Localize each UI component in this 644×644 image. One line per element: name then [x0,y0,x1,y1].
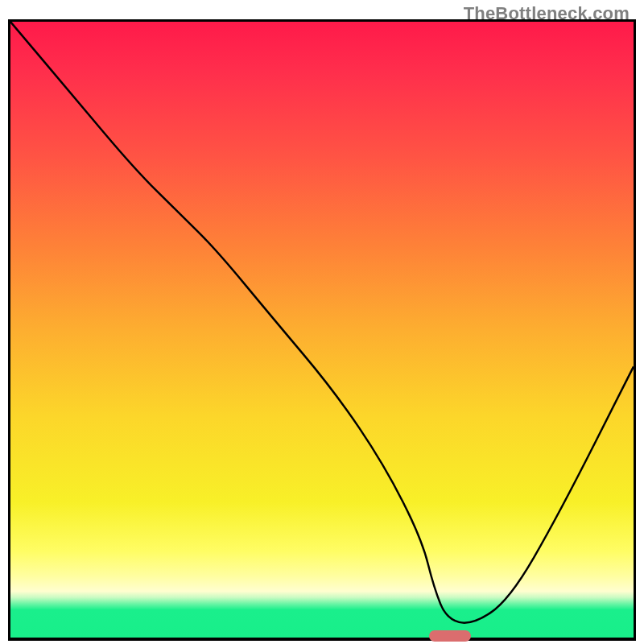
bottleneck-gradient-background [10,22,634,638]
chart-frame [8,19,636,641]
optimal-marker [429,630,470,642]
